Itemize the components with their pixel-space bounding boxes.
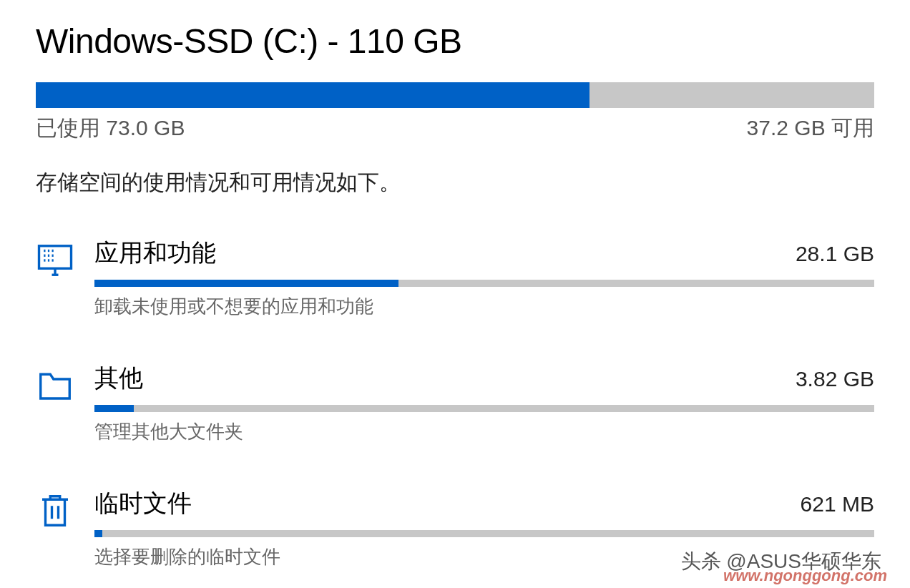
category-label: 其他 bbox=[94, 362, 143, 395]
category-other[interactable]: 其他 3.82 GB 管理其他大文件夹 bbox=[36, 362, 874, 444]
category-usage-bar-fill bbox=[94, 280, 398, 287]
category-usage-bar bbox=[94, 405, 874, 412]
storage-usage-bar-fill bbox=[36, 82, 589, 108]
category-label: 应用和功能 bbox=[94, 237, 216, 270]
trash-icon bbox=[36, 491, 74, 530]
storage-description: 存储空间的使用情况和可用情况如下。 bbox=[36, 168, 874, 197]
category-label: 临时文件 bbox=[94, 487, 192, 520]
category-hint: 卸载未使用或不想要的应用和功能 bbox=[94, 294, 874, 319]
category-size: 3.82 GB bbox=[796, 367, 874, 391]
page-title: Windows-SSD (C:) - 110 GB bbox=[36, 21, 874, 61]
category-usage-bar bbox=[94, 530, 874, 537]
category-usage-bar bbox=[94, 280, 874, 287]
svg-rect-0 bbox=[39, 246, 72, 269]
watermark-url: www.ngonggong.com bbox=[723, 567, 887, 585]
folder-icon bbox=[36, 366, 74, 405]
category-hint: 管理其他大文件夹 bbox=[94, 419, 874, 444]
category-usage-bar-fill bbox=[94, 405, 134, 412]
storage-usage-bar bbox=[36, 82, 874, 108]
category-apps-features[interactable]: 应用和功能 28.1 GB 卸载未使用或不想要的应用和功能 bbox=[36, 237, 874, 319]
category-size: 621 MB bbox=[801, 492, 874, 516]
category-usage-bar-fill bbox=[94, 530, 102, 537]
monitor-icon bbox=[36, 241, 74, 280]
category-size: 28.1 GB bbox=[796, 242, 874, 266]
used-space-label: 已使用 73.0 GB bbox=[36, 114, 185, 143]
free-space-label: 37.2 GB 可用 bbox=[747, 114, 874, 143]
